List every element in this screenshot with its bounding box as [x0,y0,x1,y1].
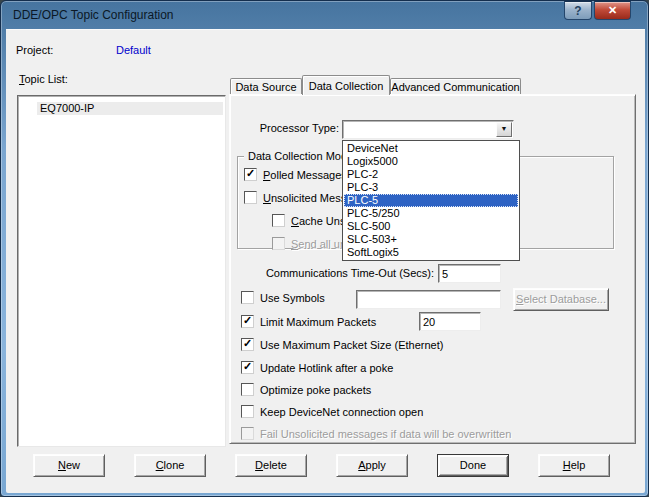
send-all-unsolicited-checkbox [272,237,285,250]
timeout-input[interactable] [438,264,501,283]
data-collection-mode-label: Data Collection Mod [244,150,351,163]
dropdown-option[interactable]: DeviceNet [344,142,518,155]
update-hotlink-checkbox[interactable]: ✓ [241,361,254,374]
dropdown-option[interactable]: Logix5000 [344,155,518,168]
limit-packets-checkbox[interactable]: ✓ [241,315,254,328]
help-button-bottom[interactable]: Help [538,454,610,477]
check-icon: ✓ [246,167,255,179]
dropdown-option[interactable]: PLC-2 [344,168,518,181]
optimize-poke-label: Optimize poke packets [260,384,371,397]
project-label: Project: [16,44,53,57]
polled-messages-checkbox[interactable]: ✓ [244,168,257,181]
unsolicited-messages-label: Unsolicited Mess [263,192,346,205]
fail-unsolicited-label: Fail Unsolicited messages if data will b… [260,428,511,441]
delete-button[interactable]: Delete [235,454,307,477]
question-icon: ? [574,4,581,18]
cache-unsolicited-label: Cache Uns [291,215,345,228]
help-button[interactable]: ? [564,1,592,20]
max-packet-size-label: Use Maximum Packet Size (Ethernet) [260,339,443,352]
select-database-button: Select Database... [513,288,609,311]
cache-unsolicited-checkbox[interactable] [272,214,285,227]
check-icon: ✓ [243,337,252,349]
window-title: DDE/OPC Topic Configuration [13,8,174,22]
dropdown-option-selected[interactable]: PLC-5 [344,194,518,207]
close-button[interactable]: ✕ [594,1,631,20]
use-symbols-label: Use Symbols [260,292,325,305]
check-icon: ✓ [243,360,252,372]
dialog-window: DDE/OPC Topic Configuration ? ✕ Project:… [0,0,649,497]
unsolicited-messages-checkbox[interactable] [244,191,257,204]
optimize-poke-checkbox[interactable] [241,383,254,396]
titlebar[interactable]: DDE/OPC Topic Configuration [1,1,648,29]
dropdown-option[interactable]: SLC-500 [344,220,518,233]
dropdown-option[interactable]: PLC-3 [344,181,518,194]
limit-packets-input[interactable] [419,312,481,331]
check-icon: ✓ [243,314,252,326]
clone-button[interactable]: Clone [134,454,206,477]
fail-unsolicited-checkbox [241,427,254,440]
topic-list-label: Topic List: [19,73,68,86]
tab-advanced-communication[interactable]: Advanced Communication [390,78,521,94]
keep-devicenet-checkbox[interactable] [241,405,254,418]
close-icon: ✕ [608,4,617,17]
caption-buttons: ? ✕ [564,1,631,20]
polled-messages-label: Polled Messages [263,169,347,182]
apply-button[interactable]: Apply [336,454,408,477]
chevron-down-icon[interactable]: ▼ [496,122,512,137]
dropdown-option[interactable]: SLC-503+ [344,233,518,246]
keep-devicenet-label: Keep DeviceNet connection open [260,406,423,419]
update-hotlink-label: Update Hotlink after a poke [260,362,393,375]
new-button[interactable]: New [33,454,105,477]
dropdown-option[interactable]: PLC-5/250 [344,207,518,220]
project-value: Default [116,44,151,57]
topic-list-item[interactable]: EQ7000-IP [37,102,223,115]
processor-type-dropdown-list: DeviceNet Logix5000 PLC-2 PLC-3 PLC-5 PL… [342,140,520,261]
processor-type-value[interactable] [342,120,514,139]
done-button[interactable]: Done [437,454,509,477]
timeout-label: Communications Time-Out (Secs): [241,267,434,280]
use-symbols-input[interactable] [356,290,501,309]
processor-type-combobox[interactable]: ▼ [342,120,514,139]
limit-packets-label: Limit Maximum Packets [260,316,376,329]
processor-type-label: Processor Type: [239,122,339,135]
dropdown-option[interactable]: SoftLogix5 [344,246,518,259]
topic-list[interactable]: EQ7000-IP [17,95,226,447]
send-all-unsolicited-label: Send all un [291,238,346,251]
max-packet-size-checkbox[interactable]: ✓ [241,338,254,351]
tab-data-collection[interactable]: Data Collection [302,75,390,95]
use-symbols-checkbox[interactable] [241,291,254,304]
tab-data-source[interactable]: Data Source [230,78,302,94]
